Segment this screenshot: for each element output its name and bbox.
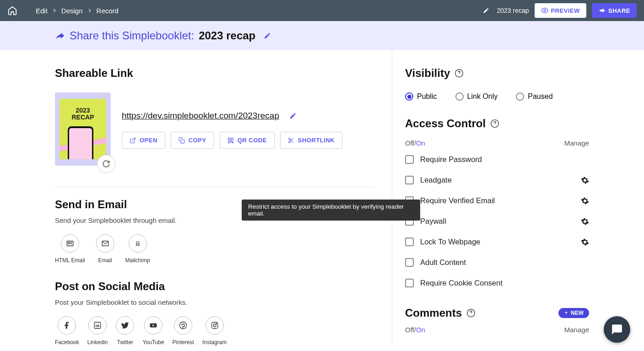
html-email-icon bbox=[66, 239, 74, 248]
radio-label: Link Only bbox=[467, 92, 498, 101]
youtube-label: YouTube bbox=[142, 339, 164, 346]
open-label: OPEN bbox=[140, 137, 157, 144]
manage-link[interactable]: Manage bbox=[564, 326, 589, 334]
breadcrumb-design[interactable]: Design bbox=[61, 7, 83, 15]
svg-point-18 bbox=[216, 323, 217, 324]
link-action-buttons: OPEN COPY QR CODE SHORTLINK bbox=[122, 132, 373, 149]
radio-icon bbox=[455, 92, 464, 101]
email-option[interactable]: Email bbox=[96, 234, 114, 264]
svg-rect-2 bbox=[228, 138, 230, 140]
svg-rect-6 bbox=[232, 142, 233, 143]
visibility-heading: Visibility bbox=[405, 67, 450, 80]
lock-webpage-row: Lock To Webpage bbox=[405, 238, 589, 246]
share-icon bbox=[598, 7, 606, 14]
checkbox-icon bbox=[405, 258, 414, 267]
home-icon[interactable] bbox=[7, 5, 17, 16]
check-label: Require Password bbox=[420, 155, 482, 164]
instagram-option[interactable]: Instagram bbox=[202, 316, 227, 346]
gear-icon[interactable] bbox=[581, 197, 589, 205]
share-button[interactable]: SHARE bbox=[592, 3, 637, 18]
mailchimp-label: Mailchimp bbox=[125, 257, 150, 264]
pinterest-option[interactable]: Pinterest bbox=[173, 316, 194, 346]
visibility-public[interactable]: Public bbox=[405, 92, 437, 101]
gear-icon[interactable] bbox=[581, 217, 589, 226]
visibility-linkonly[interactable]: Link Only bbox=[455, 92, 498, 101]
mailchimp-option[interactable]: Mailchimp bbox=[125, 234, 150, 264]
booklet-thumbnail-wrap: 2023 RECAP bbox=[55, 92, 111, 166]
svg-rect-4 bbox=[228, 141, 230, 143]
social-heading: Post on Social Media bbox=[55, 280, 373, 293]
tooltip: Restrict access to your Simplebooklet by… bbox=[242, 200, 420, 221]
refresh-thumbnail-button[interactable] bbox=[97, 155, 115, 173]
facebook-option[interactable]: Facebook bbox=[55, 316, 79, 346]
gear-icon[interactable] bbox=[581, 238, 589, 246]
visibility-heading-row: Visibility bbox=[405, 67, 589, 80]
check-label: Lock To Webpage bbox=[420, 238, 480, 246]
copy-label: COPY bbox=[189, 137, 206, 144]
radio-icon bbox=[516, 92, 524, 101]
chat-button[interactable] bbox=[604, 316, 630, 343]
copy-button[interactable]: COPY bbox=[171, 132, 214, 149]
share-url[interactable]: https://dev.simplebooklet.com/2023recap bbox=[122, 111, 279, 121]
social-options: Facebook Linkedin Twitter YouTube Pinter… bbox=[55, 316, 373, 346]
help-icon[interactable] bbox=[455, 69, 464, 78]
checkbox-icon bbox=[405, 279, 414, 287]
shareable-link-heading: Shareable Link bbox=[55, 67, 373, 80]
copy-icon bbox=[179, 137, 185, 144]
checkbox-icon bbox=[405, 155, 414, 164]
section-divider bbox=[55, 187, 373, 187]
linkedin-option[interactable]: Linkedin bbox=[87, 316, 108, 346]
check-label: Paywall bbox=[420, 217, 446, 226]
radio-label: Paused bbox=[528, 92, 552, 101]
open-button[interactable]: OPEN bbox=[122, 132, 165, 149]
help-icon[interactable] bbox=[466, 308, 476, 318]
top-navbar: Edit Design Record 2023 recap PREVIEW SH… bbox=[0, 0, 644, 21]
comments-subheader: Off/On Manage bbox=[405, 326, 589, 334]
require-password-row: Require Password bbox=[405, 155, 589, 164]
refresh-icon bbox=[102, 160, 110, 168]
youtube-option[interactable]: YouTube bbox=[142, 316, 164, 346]
checkbox-icon bbox=[405, 176, 414, 184]
svg-point-0 bbox=[544, 10, 546, 11]
scissors-icon bbox=[288, 137, 294, 144]
check-label: Require Cookie Consent bbox=[420, 279, 503, 287]
svg-rect-3 bbox=[231, 138, 233, 140]
external-link-icon bbox=[130, 137, 136, 144]
shortlink-button[interactable]: SHORTLINK bbox=[280, 132, 342, 149]
help-icon[interactable] bbox=[490, 119, 499, 128]
svg-rect-1 bbox=[181, 140, 184, 143]
facebook-icon bbox=[63, 321, 71, 329]
lock-webpage-toggle[interactable]: Lock To Webpage bbox=[405, 238, 480, 246]
edit-title-button[interactable] bbox=[264, 32, 271, 39]
subheader-title: 2023 recap bbox=[199, 29, 255, 42]
html-email-option[interactable]: HTML Email bbox=[55, 234, 85, 264]
right-column: Visibility Public Link Only Paused Acces… bbox=[392, 50, 589, 346]
booklet-thumbnail[interactable]: 2023 RECAP bbox=[55, 92, 111, 166]
edit-url-button[interactable] bbox=[289, 112, 297, 119]
subheader-label: Share this Simplebooklet: bbox=[70, 29, 194, 42]
comments-heading-group: Comments bbox=[405, 307, 476, 319]
require-password-toggle[interactable]: Require Password bbox=[405, 155, 482, 164]
breadcrumb-edit[interactable]: Edit bbox=[36, 7, 48, 15]
manage-link[interactable]: Manage bbox=[564, 139, 589, 147]
off-on-label: Off/On bbox=[405, 139, 425, 147]
pencil-icon[interactable] bbox=[483, 7, 489, 14]
leadgate-toggle[interactable]: Leadgate bbox=[405, 176, 452, 184]
linkedin-label: Linkedin bbox=[87, 339, 108, 346]
svg-point-12 bbox=[136, 242, 139, 244]
visibility-paused[interactable]: Paused bbox=[516, 92, 552, 101]
cookie-consent-row: Require Cookie Consent bbox=[405, 279, 589, 287]
access-control-subheader: Off/On Manage bbox=[405, 139, 589, 147]
email-label: Email bbox=[98, 257, 112, 264]
topnav-actions: 2023 recap PREVIEW SHARE bbox=[483, 3, 637, 18]
gear-icon[interactable] bbox=[581, 176, 589, 184]
twitter-option[interactable]: Twitter bbox=[116, 316, 134, 346]
breadcrumb-record[interactable]: Record bbox=[97, 7, 119, 15]
preview-button[interactable]: PREVIEW bbox=[535, 3, 586, 18]
link-info: https://dev.simplebooklet.com/2023recap … bbox=[122, 92, 373, 149]
main-content: Shareable Link 2023 RECAP https://dev.si… bbox=[0, 50, 644, 346]
qrcode-button[interactable]: QR CODE bbox=[220, 132, 275, 149]
cookie-consent-toggle[interactable]: Require Cookie Consent bbox=[405, 279, 503, 287]
leadgate-row: Leadgate bbox=[405, 176, 589, 184]
adult-content-toggle[interactable]: Adult Content bbox=[405, 258, 466, 267]
